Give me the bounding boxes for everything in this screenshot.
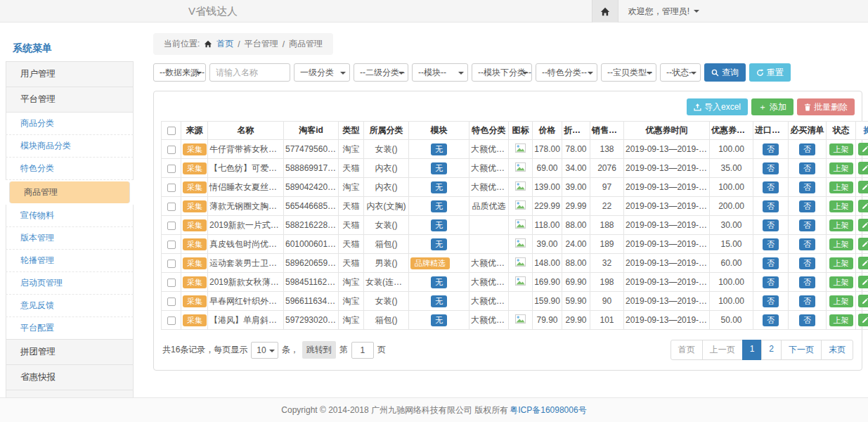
user-menu[interactable]: 欢迎您，管理员! bbox=[628, 6, 699, 18]
type-cell: 天猫 bbox=[339, 254, 364, 273]
must-buy-badge[interactable]: 否 bbox=[799, 314, 815, 326]
row-checkbox[interactable] bbox=[167, 184, 176, 192]
sidebar-sub-item[interactable]: 特色分类 bbox=[6, 158, 134, 180]
name-filter-input[interactable] bbox=[209, 63, 290, 82]
must-buy-badge[interactable]: 否 bbox=[799, 181, 815, 193]
filter-select[interactable]: --模块下分类-- bbox=[472, 63, 532, 82]
status-badge[interactable]: 上架 bbox=[829, 295, 853, 307]
icp-link[interactable]: 粤ICP备16098006号 bbox=[510, 404, 586, 416]
record-count-text: 共16条记录，每页显示 bbox=[162, 344, 247, 356]
add-button[interactable]: ＋ 添加 bbox=[751, 98, 793, 115]
edit-button[interactable] bbox=[858, 276, 868, 288]
import-select-badge[interactable]: 否 bbox=[763, 200, 779, 212]
jump-button[interactable]: 跳转到 bbox=[302, 341, 336, 359]
status-badge[interactable]: 上架 bbox=[829, 238, 853, 250]
filter-select[interactable]: --数据来源-- bbox=[153, 63, 206, 82]
sidebar-sub-item[interactable]: 版本管理 bbox=[6, 227, 134, 250]
import-select-badge[interactable]: 否 bbox=[763, 276, 779, 288]
edit-button[interactable] bbox=[858, 257, 868, 269]
filter-select[interactable]: --状态-- bbox=[660, 63, 701, 82]
row-checkbox[interactable] bbox=[167, 203, 176, 211]
import-select-badge[interactable]: 否 bbox=[763, 257, 779, 269]
sidebar-group-item[interactable]: 平台管理 bbox=[6, 87, 134, 113]
sidebar-sub-item[interactable]: 宣传物料 bbox=[6, 205, 134, 227]
sidebar-sub-item[interactable]: 启动页管理 bbox=[6, 272, 134, 295]
status-badge[interactable]: 上架 bbox=[829, 276, 853, 288]
status-badge[interactable]: 上架 bbox=[829, 181, 853, 193]
must-buy-badge[interactable]: 否 bbox=[799, 238, 815, 250]
row-checkbox[interactable] bbox=[167, 260, 176, 268]
must-buy-badge[interactable]: 否 bbox=[799, 143, 815, 155]
edit-button[interactable] bbox=[858, 238, 868, 250]
edit-button[interactable] bbox=[858, 181, 868, 193]
import-select-badge[interactable]: 否 bbox=[763, 238, 779, 250]
status-badge[interactable]: 上架 bbox=[829, 162, 853, 174]
sidebar-group-item[interactable]: 省惠快报 bbox=[6, 364, 134, 390]
must-buy-badge[interactable]: 否 bbox=[799, 257, 815, 269]
edit-button[interactable] bbox=[858, 314, 868, 326]
status-badge[interactable]: 上架 bbox=[829, 143, 853, 155]
page-button[interactable]: 下一页 bbox=[781, 340, 822, 360]
import-select-badge[interactable]: 否 bbox=[763, 295, 779, 307]
sidebar-sub-item[interactable]: 平台配置 bbox=[6, 317, 134, 340]
import-excel-button[interactable]: 导入excel bbox=[687, 98, 748, 115]
sidebar-group-item[interactable]: 拼团管理 bbox=[6, 339, 134, 365]
coupon-time-cell: 2019-09-13—2019-09-18 bbox=[624, 311, 710, 330]
must-buy-badge[interactable]: 否 bbox=[799, 219, 815, 231]
must-buy-badge[interactable]: 否 bbox=[799, 295, 815, 307]
import-select-badge[interactable]: 否 bbox=[763, 162, 779, 174]
image-thumbnail bbox=[515, 162, 526, 172]
status-badge[interactable]: 上架 bbox=[829, 219, 853, 231]
select-all-checkbox[interactable] bbox=[167, 127, 176, 135]
row-checkbox[interactable] bbox=[167, 279, 176, 287]
filter-select[interactable]: --二级分类-- bbox=[354, 63, 408, 82]
page-button[interactable]: 首页 bbox=[671, 340, 703, 360]
row-checkbox[interactable] bbox=[167, 298, 176, 306]
filter-select[interactable]: --特色分类-- bbox=[536, 63, 597, 82]
sidebar-sub-item[interactable]: 商品管理 bbox=[9, 181, 130, 203]
row-checkbox[interactable] bbox=[167, 222, 176, 230]
edit-button[interactable] bbox=[858, 219, 868, 231]
edit-button[interactable] bbox=[858, 200, 868, 212]
filter-select[interactable]: 一级分类 bbox=[294, 63, 350, 82]
must-buy-badge[interactable]: 否 bbox=[799, 162, 815, 174]
import-select-badge[interactable]: 否 bbox=[763, 314, 779, 326]
row-checkbox[interactable] bbox=[167, 316, 176, 325]
price-cell: 69.00 bbox=[533, 159, 562, 178]
reset-button[interactable]: 重置 bbox=[749, 63, 791, 82]
status-badge[interactable]: 上架 bbox=[829, 200, 853, 212]
must-buy-badge[interactable]: 否 bbox=[799, 276, 815, 288]
batch-delete-button[interactable]: 批量删除 bbox=[797, 98, 855, 115]
import-select-badge[interactable]: 否 bbox=[763, 219, 779, 231]
status-badge[interactable]: 上架 bbox=[829, 314, 853, 326]
jump-page-input[interactable] bbox=[351, 342, 374, 359]
status-badge[interactable]: 上架 bbox=[829, 257, 853, 269]
edit-button[interactable] bbox=[858, 295, 868, 307]
filter-select[interactable]: --宝贝类型-- bbox=[601, 63, 656, 82]
image-thumbnail bbox=[515, 143, 526, 153]
sidebar-sub-item[interactable]: 轮播管理 bbox=[6, 250, 134, 272]
operation-cell bbox=[856, 235, 868, 254]
module-badge: 无 bbox=[431, 314, 447, 326]
sidebar-sub-item[interactable]: 模块商品分类 bbox=[6, 135, 134, 158]
row-checkbox[interactable] bbox=[167, 146, 176, 154]
page-button[interactable]: 1 bbox=[742, 340, 763, 360]
edit-button[interactable] bbox=[858, 143, 868, 155]
edit-button[interactable] bbox=[858, 162, 868, 174]
page-button[interactable]: 末页 bbox=[821, 340, 853, 360]
per-page-select[interactable]: 10 bbox=[251, 342, 278, 359]
sidebar-sub-item[interactable]: 意见反馈 bbox=[6, 295, 134, 317]
row-checkbox[interactable] bbox=[167, 241, 176, 249]
filter-select[interactable]: --模块-- bbox=[412, 63, 468, 82]
search-button[interactable]: 查询 bbox=[704, 63, 746, 82]
breadcrumb-home-link[interactable]: 首页 bbox=[216, 38, 233, 50]
import-select-badge[interactable]: 否 bbox=[763, 143, 779, 155]
sidebar-group-item[interactable]: 用户管理 bbox=[6, 61, 134, 87]
must-buy-badge[interactable]: 否 bbox=[799, 200, 815, 212]
page-button[interactable]: 2 bbox=[761, 340, 782, 360]
import-select-badge[interactable]: 否 bbox=[763, 181, 779, 193]
page-button[interactable]: 上一页 bbox=[702, 340, 743, 360]
row-checkbox[interactable] bbox=[167, 165, 176, 173]
sidebar-sub-item[interactable]: 商品分类 bbox=[6, 113, 134, 135]
home-button[interactable] bbox=[592, 0, 618, 23]
